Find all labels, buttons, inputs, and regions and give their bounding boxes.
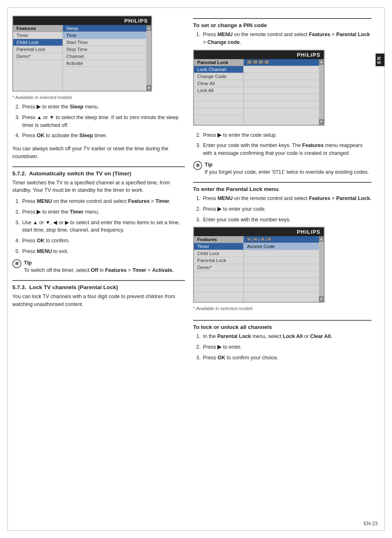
list-num: 1.: [12, 198, 20, 205]
list-num: 2.: [193, 131, 201, 139]
menu-item-empty3: [194, 108, 243, 115]
list-text: Press ▶ to enter the Sleep menu.: [22, 103, 99, 111]
section-divider-573: [12, 280, 185, 281]
list-num: 2.: [193, 343, 201, 351]
list-num: 2.: [12, 208, 20, 216]
step-pin-1: 1. Press MENU on the remote control and …: [193, 31, 371, 46]
step-lock-3: 3. Press OK to confirm your choice.: [193, 354, 371, 362]
step-pin-2: 2. Press ▶ to enter the code setup.: [193, 131, 371, 139]
access-code-pins: | | |: [244, 236, 324, 243]
scroll-up-3[interactable]: ▲: [319, 236, 324, 242]
list-text: Press OK to confirm.: [22, 237, 70, 245]
tip-heading: Tip: [24, 259, 173, 267]
section-divider-parental: [193, 182, 371, 183]
right-column: To set or change a PIN code 1. Press MEN…: [193, 12, 371, 365]
access-empty5: [244, 278, 324, 285]
tv-menu-right-2: ▲ ▼: [243, 59, 324, 125]
scroll-down-3[interactable]: ▼: [319, 296, 324, 302]
tip-content-right: Tip If you forget your code, enter '0711…: [205, 161, 369, 176]
list-num: 1.: [193, 195, 201, 202]
list-text: Enter your code with the number keys. Th…: [203, 142, 371, 157]
menu-item-clearall: Clear All: [194, 80, 243, 87]
list-text: Press ▶ to enter the code setup.: [203, 131, 277, 139]
tv-menu-brand-2: PHiLiPS: [194, 51, 324, 59]
menu-item-activate: Activate: [63, 60, 151, 67]
list-num: 3.: [12, 219, 20, 235]
section-divider-572: [12, 166, 185, 167]
tip-text: To switch off the timer, select Off in F…: [24, 267, 173, 274]
list-text: Enter your code with the number keys.: [203, 216, 291, 224]
step-572-2: 2. Press ▶ to enter the Timer menu.: [12, 208, 185, 216]
menu-right-empty3: [244, 80, 324, 87]
scrollbar-2[interactable]: ▲ ▼: [319, 59, 324, 125]
list-num: 2.: [12, 103, 20, 111]
left-column: PHiLiPS Features Timer Child Lock Parent…: [12, 12, 185, 365]
menu-item-demo: Demo*: [13, 53, 62, 60]
tip-content: Tip To switch off the timer, select Off …: [24, 259, 173, 274]
step-572-3: 3. Use ▲ or ▼, ◀ or ▶ to select and ente…: [12, 219, 185, 235]
list-num: 5.: [12, 248, 20, 255]
scroll-up-2[interactable]: ▲: [319, 59, 324, 65]
list-text: Press ▶ to enter your code.: [203, 205, 266, 213]
step-572-1: 1. Press MENU on the remote control and …: [12, 198, 185, 205]
scroll-track-3: [319, 242, 324, 296]
scroll-down-2[interactable]: ▼: [319, 119, 324, 125]
step-572-5: 5. Press MENU to exit.: [12, 248, 185, 255]
menu-right-empty4: [244, 87, 324, 94]
scroll-track-2: [319, 65, 324, 119]
to-lock-heading: To lock or unlock all channels: [193, 324, 371, 330]
menu-item-empty2: [194, 101, 243, 108]
access-empty4: [244, 271, 324, 278]
section-572-para: Timer switches the TV to a specified cha…: [12, 179, 185, 195]
step-572-4: 4. Press OK to confirm.: [12, 237, 185, 245]
list-num: 3.: [12, 114, 20, 129]
tv-menu-parental-lock: PHiLiPS Parental Lock Lock Channel Chang…: [193, 50, 325, 126]
menu-item-stoptime: Stop Time: [63, 46, 151, 53]
menu-item-timer-3: Timer: [194, 243, 243, 250]
scrollbar[interactable]: ▲ ▼: [146, 25, 151, 91]
list-num: 2.: [193, 205, 201, 213]
menu-item-childlock-3: Child Lock: [194, 250, 243, 257]
tip-icon: ✱: [12, 259, 21, 268]
tip-right: ✱ Tip If you forget your code, enter '07…: [193, 161, 371, 176]
scroll-down[interactable]: ▼: [146, 85, 151, 91]
language-tab: EN: [376, 53, 385, 66]
menu-item-lockchannel: Lock Channel: [194, 66, 243, 73]
tv-menu-features-access: PHiLiPS Features Timer Child Lock Parent…: [193, 227, 325, 303]
scrollbar-3[interactable]: ▲ ▼: [319, 236, 324, 302]
menu-item-empty-3a: [194, 271, 243, 278]
tv-menu-right-panel: ▲ ▼ Sleep Time Start Time Stop Time Chan…: [62, 25, 151, 91]
section-573-heading: 5.7.3. Lock TV channels (Parental Lock): [12, 284, 185, 290]
step-lock-1: 1. In the Parental Lock menu, select Loc…: [193, 333, 371, 340]
list-text: In the Parental Lock menu, select Lock A…: [203, 333, 332, 340]
menu-right-empty6: [244, 101, 324, 108]
list-num: 1.: [193, 31, 201, 46]
menu-item-sleep: Sleep: [63, 25, 151, 32]
menu-right-empty2: [244, 73, 324, 80]
menu-item-lockall: Lock All: [194, 87, 243, 94]
main-content: PHiLiPS Features Timer Child Lock Parent…: [12, 12, 371, 365]
step-lock-2: 2. Press ▶ to enter.: [193, 343, 371, 351]
scroll-up[interactable]: ▲: [146, 25, 151, 31]
list-num: 3.: [193, 354, 201, 362]
list-num: 4.: [12, 132, 20, 140]
list-text: Press ▲ or ▼ to select the sleep time. I…: [22, 114, 185, 129]
menu-item-starttime: Start Time: [63, 39, 151, 46]
step-pin-3: 3. Enter your code with the number keys.…: [193, 142, 371, 157]
tv-menu-brand-3: PHiLiPS: [194, 228, 324, 236]
menu-right-empty5: [244, 94, 324, 101]
menu-item-childlock: Child Lock: [13, 39, 62, 46]
menu-item-parentallock-3: Parental Lock: [194, 257, 243, 264]
tv-menu-left-3: Features Timer Child Lock Parental Lock …: [194, 236, 243, 302]
tv-menu-body: Features Timer Child Lock Parental Lock …: [13, 25, 151, 91]
tip-heading-right: Tip: [205, 161, 369, 169]
list-text: Press MENU on the remote control and sel…: [22, 198, 171, 205]
tv-menu-right-3: ▲ ▼ | | |: [243, 236, 324, 302]
menu-right-empty1: [244, 66, 324, 73]
list-item-3a: 3. Press ▲ or ▼ to select the sleep time…: [12, 114, 185, 129]
tv-menu-body-2: Parental Lock Lock Channel Change Code C…: [194, 59, 324, 125]
menu-header-parental: Parental Lock: [194, 59, 243, 66]
list-text: Press ▶ to enter.: [203, 343, 242, 351]
list-text: Press MENU on the remote control and sel…: [203, 195, 371, 202]
access-empty3: [244, 264, 324, 271]
